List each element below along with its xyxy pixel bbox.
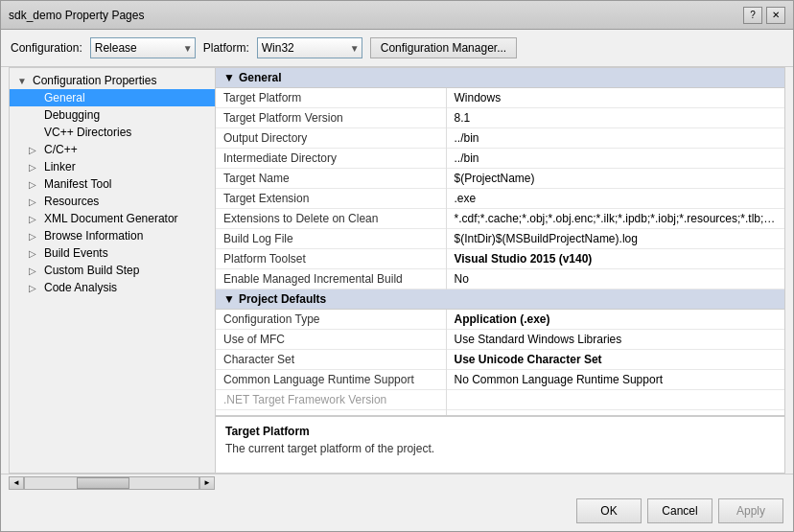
sidebar-scrollbar: ◄ ► [1, 474, 793, 491]
prop-name-clr-support: Common Language Runtime Support [216, 370, 446, 390]
prop-name-platform-toolset: Platform Toolset [216, 249, 446, 269]
sidebar-label-code-analysis: Code Analysis [44, 281, 117, 294]
info-description: The current target platform of the proje… [225, 442, 775, 455]
config-select-wrapper: Release ▼ [90, 37, 196, 58]
prop-name-intermediate-dir: Intermediate Directory [216, 149, 446, 169]
prop-name-target-platform-version: Target Platform Version [216, 108, 446, 128]
table-row[interactable]: Extensions to Delete on Clean *.cdf;*.ca… [216, 209, 784, 229]
expand-icon-code-analysis: ▷ [29, 283, 40, 293]
expand-icon-cpp: ▷ [29, 145, 40, 155]
apply-button[interactable]: Apply [718, 498, 783, 523]
prop-name-dotnet-target: .NET Target Framework Version [216, 390, 446, 410]
table-row[interactable]: Use of MFC Use Standard Windows Librarie… [216, 330, 784, 350]
table-row[interactable]: Output Directory ../bin [216, 128, 784, 149]
sidebar-label-browse-info: Browse Information [44, 229, 143, 243]
sidebar-label-resources: Resources [44, 195, 99, 208]
prop-value-intermediate-dir: ../bin [446, 149, 784, 169]
table-row[interactable]: Platform Toolset Visual Studio 2015 (v14… [216, 249, 784, 269]
sidebar-item-manifest-tool[interactable]: ▷ Manifest Tool [10, 175, 215, 193]
general-expand-icon: ▼ [223, 71, 235, 84]
scroll-track[interactable] [24, 476, 199, 490]
table-row[interactable]: Build Log File $(IntDir)$(MSBuildProject… [216, 229, 784, 249]
sidebar-item-resources[interactable]: ▷ Resources [10, 193, 215, 210]
project-defaults-table: Configuration Type Application (.exe) Us… [216, 310, 784, 415]
platform-select[interactable]: Win32 [257, 37, 362, 58]
cancel-button[interactable]: Cancel [647, 498, 712, 523]
prop-name-target-platform: Target Platform [216, 88, 446, 108]
bottom-row: OK Cancel Apply [1, 491, 793, 531]
sidebar-item-cpp[interactable]: ▷ C/C++ [10, 141, 215, 158]
prop-value-managed-incremental: No [446, 269, 784, 289]
table-row[interactable]: Target Extension .exe [216, 189, 784, 209]
prop-name-config-type: Configuration Type [216, 310, 446, 330]
sidebar-label-custom-build: Custom Build Step [44, 264, 139, 277]
project-defaults-section-header: ▼ Project Defaults [216, 289, 784, 310]
table-row[interactable]: Configuration Type Application (.exe) [216, 310, 784, 330]
scroll-thumb [77, 477, 128, 489]
prop-value-ext-delete: *.cdf;*.cache;*.obj;*.obj.enc;*.ilk;*.ip… [446, 209, 784, 229]
table-row[interactable]: Target Name $(ProjectName) [216, 169, 784, 189]
prop-value-platform-toolset: Visual Studio 2015 (v140) [446, 249, 784, 269]
prop-value-target-ext: .exe [446, 189, 784, 209]
sidebar-item-browse-info[interactable]: ▷ Browse Information [10, 227, 215, 244]
prop-value-use-mfc: Use Standard Windows Libraries [446, 330, 784, 350]
sidebar-item-debugging[interactable]: Debugging [10, 106, 215, 124]
sidebar-label-config-properties: Configuration Properties [33, 74, 156, 87]
window-title: sdk_demo Property Pages [9, 9, 144, 22]
prop-value-config-type: Application (.exe) [446, 310, 784, 330]
table-row[interactable]: Character Set Use Unicode Character Set [216, 350, 784, 370]
project-defaults-expand-icon: ▼ [223, 292, 235, 306]
sidebar-item-general[interactable]: General [10, 89, 215, 106]
sidebar: ▼ Configuration Properties General Debug… [10, 68, 216, 473]
scroll-right-arrow[interactable]: ► [199, 476, 215, 490]
expand-icon-custom-build: ▷ [29, 266, 40, 276]
prop-value-target-platform-version: 8.1 [446, 108, 784, 128]
table-row[interactable]: .NET Target Framework Version [216, 390, 784, 410]
sidebar-label-debugging: Debugging [44, 108, 100, 122]
prop-value-dotnet-target [446, 390, 784, 410]
sidebar-item-custom-build[interactable]: ▷ Custom Build Step [10, 262, 215, 279]
table-row[interactable]: Common Language Runtime Support No Commo… [216, 370, 784, 390]
table-row[interactable]: Intermediate Directory ../bin [216, 149, 784, 169]
config-label: Configuration: [11, 41, 82, 55]
sidebar-item-linker[interactable]: ▷ Linker [10, 158, 215, 175]
sidebar-label-cpp: C/C++ [44, 143, 78, 156]
sidebar-label-manifest-tool: Manifest Tool [44, 177, 111, 191]
sidebar-item-xml-doc[interactable]: ▷ XML Document Generator [10, 210, 215, 227]
close-button[interactable]: ✕ [766, 7, 785, 24]
title-bar: sdk_demo Property Pages ? ✕ [1, 1, 793, 30]
sidebar-item-vc-directories[interactable]: VC++ Directories [10, 124, 215, 141]
prop-name-build-log: Build Log File [216, 229, 446, 249]
sidebar-label-vc-directories: VC++ Directories [44, 126, 131, 139]
expand-icon-build-events: ▷ [29, 248, 40, 259]
config-manager-button[interactable]: Configuration Manager... [370, 37, 517, 58]
prop-value-target-platform: Windows [446, 88, 784, 108]
help-button[interactable]: ? [743, 7, 762, 24]
sidebar-item-config-properties[interactable]: ▼ Configuration Properties [10, 72, 215, 89]
platform-select-wrapper: Win32 ▼ [257, 37, 362, 58]
general-section-header: ▼ General [216, 68, 784, 88]
table-row[interactable]: Enable Managed Incremental Build No [216, 269, 784, 289]
general-header-label: General [239, 71, 282, 84]
main-content: ▼ Configuration Properties General Debug… [9, 67, 785, 474]
scroll-left-arrow[interactable]: ◄ [9, 476, 24, 490]
prop-name-use-mfc: Use of MFC [216, 330, 446, 350]
ok-button[interactable]: OK [576, 498, 642, 523]
prop-name-target-ext: Target Extension [216, 189, 446, 209]
table-row[interactable]: Target Platform Version 8.1 [216, 108, 784, 128]
prop-value-clr-support: No Common Language Runtime Support [446, 370, 784, 390]
sidebar-label-xml-doc: XML Document Generator [44, 212, 178, 225]
platform-label: Platform: [203, 41, 249, 55]
prop-value-char-set: Use Unicode Character Set [446, 350, 784, 370]
info-panel: Target Platform The current target platf… [216, 415, 784, 473]
project-defaults-header-label: Project Defaults [239, 292, 326, 306]
config-row: Configuration: Release ▼ Platform: Win32… [1, 30, 793, 67]
config-select[interactable]: Release [90, 37, 196, 58]
sidebar-item-build-events[interactable]: ▷ Build Events [10, 244, 215, 262]
expand-icon-resources: ▷ [29, 197, 40, 207]
table-row[interactable]: Target Platform Windows [216, 88, 784, 108]
sidebar-item-code-analysis[interactable]: ▷ Code Analysis [10, 279, 215, 296]
title-controls: ? ✕ [743, 7, 785, 24]
prop-value-target-name: $(ProjectName) [446, 169, 784, 189]
prop-name-target-name: Target Name [216, 169, 446, 189]
